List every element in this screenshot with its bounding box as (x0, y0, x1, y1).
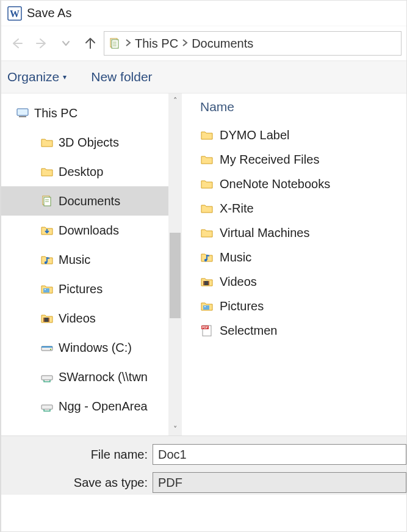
svg-rect-27 (208, 281, 209, 285)
documents-icon (108, 37, 121, 50)
breadcrumb-this-pc[interactable]: This PC (135, 37, 178, 51)
title-bar: W Save As (1, 1, 406, 26)
tree-item-label: Music (59, 253, 90, 267)
tree-item[interactable]: Videos (1, 304, 182, 333)
file-list[interactable]: Name DYMO Label My Received Files OneNot… (182, 93, 406, 435)
chevron-right-icon[interactable] (179, 38, 190, 49)
toolbar: Organize ▾ New folder (1, 60, 406, 93)
svg-point-29 (204, 306, 206, 307)
music-icon (40, 253, 54, 266)
tree-item-label: This PC (34, 106, 77, 120)
tree-item[interactable]: Ngg - OpenArea (1, 392, 182, 421)
documents-icon (40, 194, 54, 208)
drive-icon (40, 341, 54, 354)
list-item[interactable]: Music (200, 245, 400, 269)
list-item[interactable]: OneNote Notebooks (200, 172, 400, 196)
tree-item[interactable]: Music (1, 245, 182, 274)
word-icon: W (7, 6, 22, 21)
svg-point-15 (45, 289, 46, 290)
file-name: Music (220, 250, 251, 264)
folder-icon (200, 153, 214, 166)
file-name: My Received Files (220, 153, 319, 167)
navigation-bar: This PC Documents (1, 26, 406, 60)
organize-button[interactable]: Organize ▾ (7, 70, 67, 84)
svg-rect-14 (43, 288, 49, 293)
pictures-icon (200, 299, 214, 313)
chevron-right-icon[interactable] (123, 38, 134, 49)
tree-item-label: Pictures (59, 282, 103, 296)
folder-icon (40, 136, 54, 149)
list-item[interactable]: My Received Files (200, 147, 400, 172)
svg-rect-22 (41, 376, 52, 380)
videos-icon (40, 312, 54, 325)
file-name: Virtual Machines (220, 226, 309, 240)
tree-item[interactable]: Windows (C:) (1, 333, 182, 362)
file-name: Videos (220, 275, 257, 289)
svg-point-21 (50, 349, 51, 350)
filename-label: File name: (1, 448, 153, 462)
tree-item[interactable]: Pictures (1, 274, 182, 304)
list-item[interactable]: PDFSelectmen (200, 318, 400, 343)
navigation-tree[interactable]: This PC 3D Objects Desktop Documents Dow… (1, 93, 182, 435)
file-name: X-Rite (220, 202, 254, 216)
svg-text:PDF: PDF (202, 326, 208, 329)
address-bar[interactable]: This PC Documents (104, 31, 402, 56)
list-item[interactable]: Virtual Machines (200, 220, 400, 245)
tree-item[interactable]: Desktop (1, 157, 182, 186)
tree-scrollbar[interactable]: ˄ ˅ (168, 93, 182, 435)
column-header-name[interactable]: Name (200, 100, 400, 123)
videos-icon (200, 275, 214, 288)
folder-icon (200, 128, 214, 142)
filename-input[interactable] (153, 444, 406, 465)
folder-icon (200, 202, 214, 215)
recent-locations-dropdown[interactable] (55, 32, 77, 54)
pictures-icon (40, 282, 54, 296)
tree-item-label: 3D Objects (59, 136, 119, 150)
tree-item[interactable]: Downloads (1, 216, 182, 245)
svg-rect-7 (17, 109, 28, 115)
breadcrumb-documents[interactable]: Documents (192, 37, 253, 51)
content-pane: This PC 3D Objects Desktop Documents Dow… (1, 93, 406, 435)
folder-icon (200, 226, 214, 239)
svg-text:W: W (10, 9, 20, 19)
svg-rect-23 (41, 405, 52, 409)
svg-rect-20 (41, 346, 52, 348)
svg-rect-8 (19, 116, 26, 117)
forward-button[interactable] (31, 32, 52, 54)
list-item[interactable]: Pictures (200, 294, 400, 318)
downloads-icon (40, 224, 54, 237)
tree-item[interactable]: 3D Objects (1, 128, 182, 157)
tree-item[interactable]: SWarnock (\\twn (1, 362, 182, 392)
savetype-combo[interactable]: PDF (153, 472, 406, 493)
window-title: Save As (27, 6, 71, 20)
list-item[interactable]: X-Rite (200, 196, 400, 220)
save-form: File name: Save as type: PDF (1, 435, 406, 495)
file-name: OneNote Notebooks (220, 177, 330, 191)
list-item[interactable]: DYMO Label (200, 123, 400, 147)
scroll-thumb[interactable] (170, 233, 181, 318)
tree-item-label: Ngg - OpenArea (59, 399, 148, 414)
tree-item-label: Windows (C:) (59, 341, 132, 355)
svg-rect-28 (203, 305, 209, 310)
up-button[interactable] (79, 32, 101, 54)
network-drive-icon (40, 399, 54, 413)
scroll-down-icon[interactable]: ˅ (168, 422, 182, 435)
svg-rect-26 (203, 281, 204, 285)
savetype-label: Save as type: (1, 476, 153, 490)
file-name: Selectmen (220, 324, 278, 338)
scroll-up-icon[interactable]: ˄ (168, 93, 182, 107)
tree-item-label: SWarnock (\\twn (59, 370, 148, 384)
list-item[interactable]: Videos (200, 269, 400, 294)
folder-icon (40, 165, 54, 178)
svg-rect-17 (43, 318, 45, 322)
tree-item-label: Downloads (59, 224, 119, 238)
file-name: Pictures (220, 299, 264, 313)
computer-icon (16, 106, 29, 120)
folder-icon (200, 177, 214, 191)
back-button[interactable] (6, 32, 28, 54)
new-folder-button[interactable]: New folder (91, 70, 152, 84)
tree-item-this-pc[interactable]: This PC (1, 98, 182, 128)
tree-item-label: Desktop (59, 165, 103, 179)
pdf-icon: PDF (200, 324, 214, 337)
tree-item-documents[interactable]: Documents (1, 186, 182, 216)
